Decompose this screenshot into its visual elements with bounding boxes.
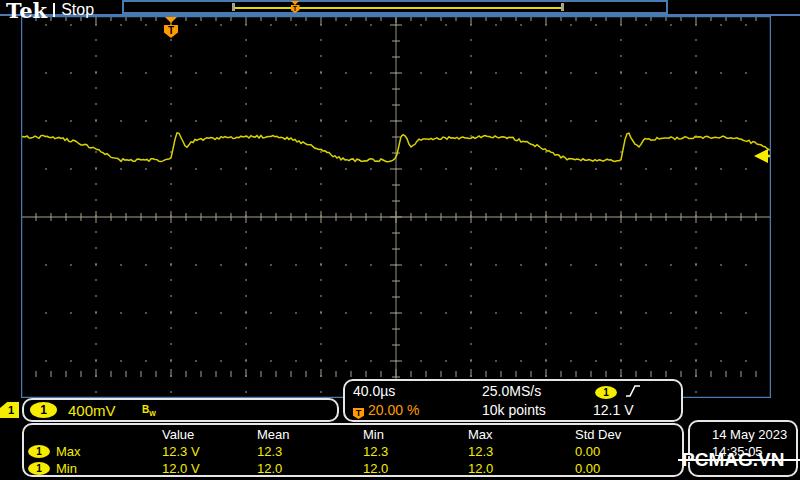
measurement-row-max: 1 Max 12.3 V 12.3 12.3 12.3 0.00	[24, 444, 682, 460]
sample-rate: 25.0MS/s	[482, 383, 541, 399]
channel-badge: 1	[30, 402, 57, 418]
record-length: 10k points	[482, 402, 546, 418]
trigger-source-badge: 1	[595, 386, 617, 399]
meas-min: 12.0	[363, 461, 388, 476]
horizontal-scale: 40.0µs	[353, 383, 395, 399]
col-header-max: Max	[468, 427, 493, 442]
meas-max: 12.0	[468, 461, 493, 476]
channel-readout-box: 1 400mV BW	[22, 398, 339, 422]
window-bracket-right	[561, 3, 564, 11]
horizontal-readout-box: 40.0µs T20.00 % 25.0MS/s 10k points 1 12…	[343, 379, 683, 422]
trigger-position-readout: T20.00 %	[353, 402, 419, 419]
bandwidth-limit-indicator: BW	[142, 404, 156, 417]
measurement-name: Min	[56, 461, 77, 476]
watermark-line	[678, 459, 800, 461]
meas-mean: 12.3	[257, 444, 282, 459]
trigger-level: 12.1 V	[593, 402, 633, 418]
tek-logo: Tek	[6, 3, 47, 18]
meas-stddev: 0.00	[575, 461, 600, 476]
trigger-t-icon: T	[353, 408, 364, 419]
trigger-t-icon: T	[291, 5, 300, 13]
graticule	[21, 16, 771, 398]
channel1-position-marker: 1	[0, 402, 19, 418]
grid-dots	[21, 16, 771, 398]
record-waveform-line	[234, 7, 562, 9]
bandwidth-sub: W	[149, 410, 156, 417]
date-text: 14 May 2023	[712, 427, 787, 442]
meas-value: 12.0 V	[162, 461, 200, 476]
vertical-scale: 400mV	[68, 402, 116, 419]
col-header-stddev: Std Dev	[575, 427, 621, 442]
trigger-position-percent: 20.00 %	[368, 402, 419, 418]
acquisition-status: Stop	[61, 1, 94, 19]
logo-separator	[53, 3, 55, 17]
meas-stddev: 0.00	[575, 444, 600, 459]
meas-min: 12.3	[363, 444, 388, 459]
col-header-mean: Mean	[257, 427, 290, 442]
measurement-name: Max	[56, 444, 81, 459]
col-header-min: Min	[363, 427, 384, 442]
col-header-value: Value	[162, 427, 194, 442]
channel-badge: 1	[28, 462, 50, 475]
meas-max: 12.3	[468, 444, 493, 459]
measurement-row-min: 1 Min 12.0 V 12.0 12.0 12.0 0.00	[24, 461, 682, 477]
trigger-source-readout: 1	[595, 383, 641, 399]
trigger-position-arrow-icon	[165, 17, 177, 23]
measurements-table: Value Mean Min Max Std Dev 1 Max 12.3 V …	[22, 423, 684, 477]
rising-edge-icon	[625, 383, 641, 398]
trigger-flag-icon: T	[164, 25, 178, 38]
oscilloscope-screen: Tek Stop T T 1 1 400mV BW 40.0	[0, 0, 800, 480]
record-view-bar: T	[122, 0, 668, 14]
meas-value: 12.3 V	[162, 444, 200, 459]
channel-badge: 1	[28, 445, 50, 458]
trigger-level-arrow-icon	[754, 149, 771, 163]
window-bracket-left	[232, 3, 235, 11]
trigger-position-flag: T	[163, 17, 179, 38]
header: Tek Stop	[6, 1, 94, 19]
watermark: PCMAG.VN	[682, 449, 800, 471]
measurements-header-row: Value Mean Min Max Std Dev	[24, 427, 682, 443]
meas-mean: 12.0	[257, 461, 282, 476]
trigger-arrow-icon	[291, 1, 299, 5]
record-trigger-marker-icon: T	[290, 1, 300, 13]
